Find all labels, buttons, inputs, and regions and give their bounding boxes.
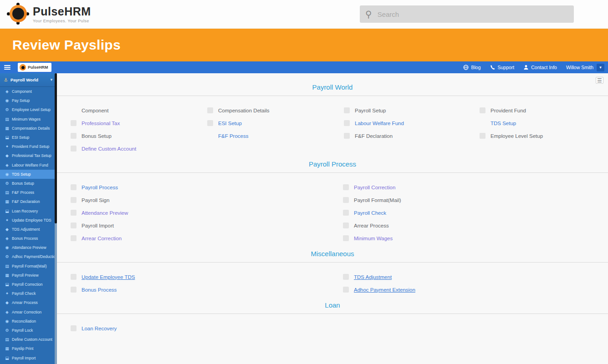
sidebar-item-payslip-print[interactable]: ▦Payslip Print bbox=[0, 344, 57, 353]
sidebar-item-payroll-correction[interactable]: ⬓Payroll Correction bbox=[0, 280, 57, 289]
sidebar-item-esi-setup[interactable]: ⬓ESI Setup bbox=[0, 133, 57, 142]
sidebar-item-component[interactable]: ◈Component bbox=[0, 87, 57, 96]
sidebar-item-payroll-preview[interactable]: ▦Payroll Preview bbox=[0, 271, 57, 280]
payroll-lock-icon: ⚙ bbox=[4, 328, 10, 333]
link-payroll-import[interactable]: Payroll Import bbox=[82, 223, 114, 228]
link-component[interactable]: Component bbox=[82, 108, 108, 113]
link-bonus-setup[interactable]: Bonus Setup bbox=[82, 133, 112, 139]
file-icon bbox=[71, 210, 77, 216]
link-arrear-correction[interactable]: Arrear Correction bbox=[82, 236, 122, 241]
search-bar[interactable]: ⚲ bbox=[360, 5, 574, 23]
link-grid: ComponentCompensation DetailsPayroll Set… bbox=[71, 106, 601, 153]
link-payroll-setup[interactable]: Payroll Setup bbox=[355, 108, 386, 113]
file-icon bbox=[71, 287, 77, 293]
link-f-f-declaration[interactable]: F&F Declaration bbox=[355, 133, 393, 139]
fnf-declaration-icon: ▦ bbox=[4, 199, 10, 204]
sidebar-item-label: Professional Tax Setup bbox=[12, 153, 51, 158]
sidebar-item-labour-welfare-fund[interactable]: ◈Labour Welfare Fund bbox=[0, 161, 57, 170]
link-update-employee-tds[interactable]: Update Employee TDS bbox=[82, 274, 135, 280]
component-icon: ◈ bbox=[4, 89, 10, 94]
sidebar-item-payroll-import[interactable]: ⬓Payroll Import bbox=[0, 353, 57, 362]
link-item: Employee Level Setup bbox=[480, 131, 602, 140]
sidebar-item-tds-adjustment[interactable]: ◆TDS Adjustment bbox=[0, 225, 57, 234]
sidebar-item-label: Payroll Correction bbox=[12, 282, 43, 287]
sidebar-item-label: Compensation Details bbox=[12, 126, 50, 131]
tds-setup-icon: ◉ bbox=[4, 172, 10, 177]
sidebar-item-f-f-process[interactable]: ▤F&F Process bbox=[0, 188, 57, 197]
sidebar-item-payroll-world[interactable]: ⚓ Payroll World ▼ bbox=[0, 73, 57, 87]
sidebar-item-reconciliation[interactable]: ◉Reconciliation bbox=[0, 317, 57, 326]
sidebar-item-bonus-process[interactable]: ◈Bonus Process bbox=[0, 234, 57, 243]
sidebar-item-loan-recovery[interactable]: ⬓Loan Recovery bbox=[0, 206, 57, 215]
user-menu[interactable]: Willow Smith ▾ bbox=[566, 64, 604, 71]
link-payroll-check[interactable]: Payroll Check bbox=[354, 210, 386, 216]
sidebar-item-employee-level-setup[interactable]: ⚙Employee Level Setup bbox=[0, 105, 57, 114]
link-define-custom-account[interactable]: Define Custom Account bbox=[82, 146, 136, 152]
link-adhoc-payment-extension[interactable]: Adhoc Payment Extension bbox=[354, 287, 415, 293]
sidebar-item-f-f-declaration[interactable]: ▦F&F Declaration bbox=[0, 197, 57, 206]
nav-link-label: Contact Info bbox=[531, 65, 557, 70]
sidebar-item-payroll-check[interactable]: ✦Payroll Check bbox=[0, 289, 57, 298]
file-icon bbox=[207, 107, 213, 113]
sidebar-item-arrear-process[interactable]: ◆Arrear Process bbox=[0, 298, 57, 307]
section-loan: LoanLoan Recovery bbox=[64, 301, 601, 333]
list-toggle-icon[interactable]: ☰ bbox=[596, 77, 603, 84]
sidebar-item-attendance-preview[interactable]: ◉Attendance Preview bbox=[0, 243, 57, 252]
custom-account-icon: ▤ bbox=[4, 337, 10, 342]
contact-icon bbox=[523, 65, 529, 70]
link-loan-recovery[interactable]: Loan Recovery bbox=[82, 326, 117, 331]
sidebar-item-update-employee-tds[interactable]: ✦Update Employee TDS bbox=[0, 216, 57, 225]
link-provident-fund[interactable]: Provident Fund bbox=[490, 108, 526, 113]
link-item: Provident Fund bbox=[480, 106, 602, 115]
brand-name: PulseHRM bbox=[33, 5, 91, 18]
link-bonus-process[interactable]: Bonus Process bbox=[82, 287, 117, 293]
nav-link-blog[interactable]: Blog bbox=[463, 65, 480, 70]
link-attendance-preview[interactable]: Attendance Preview bbox=[82, 210, 128, 216]
navbar-brand-chip[interactable]: PulseHRM bbox=[18, 63, 51, 72]
sidebar-item-professional-tax-setup[interactable]: ◆Professional Tax Setup bbox=[0, 151, 57, 160]
sidebar-item-minimum-wages[interactable]: ▤Minimum Wages bbox=[0, 115, 57, 124]
sidebar-item-adhoc-payment-deductions[interactable]: ⚙Adhoc Payment/Deductions bbox=[0, 252, 57, 261]
link-item: Attendance Preview bbox=[71, 208, 343, 217]
file-icon bbox=[71, 235, 77, 241]
sidebar-item-tds-setup[interactable]: ◉TDS Setup bbox=[0, 170, 57, 179]
link-tds-setup[interactable]: TDS Setup bbox=[490, 121, 516, 126]
nav-link-support[interactable]: Support bbox=[490, 65, 515, 70]
sidebar-item-payroll-format-mail[interactable]: ▤Payroll Format(Mail) bbox=[0, 262, 57, 271]
file-icon bbox=[480, 133, 485, 139]
sidebar-item-label: ESI Setup bbox=[12, 135, 29, 140]
compensation-icon: ▦ bbox=[4, 126, 10, 131]
sidebar-item-compensation-details[interactable]: ▦Compensation Details bbox=[0, 124, 57, 133]
link-professional-tax[interactable]: Professional Tax bbox=[82, 121, 120, 126]
sidebar-item-arrear-correction[interactable]: ◈Arrear Correction bbox=[0, 308, 57, 317]
link-item: Arrear Correction bbox=[71, 234, 343, 243]
sidebar-item-label: Bonus Setup bbox=[12, 181, 34, 186]
link-tds-adjustment[interactable]: TDS Adjustment bbox=[354, 274, 392, 280]
link-esi-setup[interactable]: ESI Setup bbox=[218, 121, 242, 126]
sidebar-item-pay-setup[interactable]: ◉Pay Setup bbox=[0, 96, 57, 105]
sidebar-item-label: F&F Process bbox=[12, 190, 34, 195]
nav-link-contact-info[interactable]: Contact Info bbox=[523, 65, 557, 70]
link-payroll-format-mail[interactable]: Payroll Format(Mail) bbox=[354, 197, 401, 203]
link-labour-welfare-fund[interactable]: Labour Welfare Fund bbox=[355, 121, 404, 126]
link-payroll-process[interactable]: Payroll Process bbox=[82, 185, 118, 190]
link-minimum-wages[interactable]: Minimum Wages bbox=[354, 236, 393, 241]
sidebar-item-provident-fund-setup[interactable]: ✦Provident Fund Setup bbox=[0, 142, 57, 151]
page-banner: Review Payslips bbox=[0, 29, 608, 61]
link-item: Define Custom Account bbox=[71, 144, 207, 153]
sidebar-item-payroll-lock[interactable]: ⚙Payroll Lock bbox=[0, 326, 57, 335]
link-payroll-correction[interactable]: Payroll Correction bbox=[354, 185, 395, 190]
menu-toggle-icon[interactable] bbox=[4, 65, 10, 70]
link-payroll-sign[interactable]: Payroll Sign bbox=[82, 197, 109, 203]
link-compensation-details[interactable]: Compensation Details bbox=[218, 108, 270, 113]
sidebar-item-define-custom-account[interactable]: ▤Define Custom Account bbox=[0, 335, 57, 344]
user-dropdown-caret-icon[interactable]: ▾ bbox=[597, 64, 604, 71]
search-input[interactable] bbox=[378, 10, 568, 18]
link-employee-level-setup[interactable]: Employee Level Setup bbox=[490, 133, 543, 139]
link-arrear-process[interactable]: Arrear Process bbox=[354, 223, 389, 228]
sidebar-item-bonus-setup[interactable]: ⚙Bonus Setup bbox=[0, 179, 57, 188]
link-f-f-process[interactable]: F&F Process bbox=[218, 133, 248, 139]
link-item: Payroll Sign bbox=[71, 196, 343, 204]
bonus-setup-icon: ⚙ bbox=[4, 181, 10, 186]
esi-icon: ⬓ bbox=[4, 135, 10, 140]
